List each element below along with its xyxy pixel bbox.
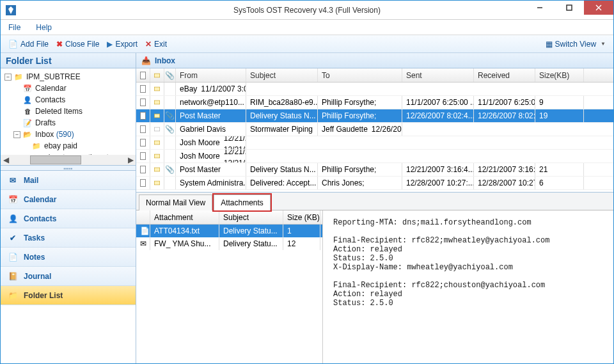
cell-from: Gabriel Davis: [176, 123, 246, 136]
col-icon[interactable]: [136, 210, 150, 224]
cell-sent: 12/28/2007 10:27:...: [402, 177, 474, 189]
minimize-button[interactable]: [525, 1, 555, 15]
cell-received: 12/26/2007 7:18:2...: [368, 123, 402, 135]
cell-size: 6: [535, 177, 584, 189]
cell-attachment-name: ATT04134.txt: [150, 225, 219, 237]
col-envelope[interactable]: [150, 68, 164, 82]
export-button[interactable]: ▶ Export: [103, 38, 141, 50]
maximize-button[interactable]: [555, 1, 584, 15]
checkbox[interactable]: [140, 139, 146, 146]
cell-from: Josh Moore Read: YMA12/21/2007 3:52:3...…: [176, 150, 246, 162]
cell-attachment-subject: Delivery Statu...: [219, 225, 283, 237]
export-label: Export: [115, 40, 138, 49]
exit-button[interactable]: ✕ Exit: [141, 38, 171, 50]
collapse-icon[interactable]: −: [4, 74, 12, 81]
add-file-label: Add File: [20, 40, 49, 49]
col-received[interactable]: Received: [474, 68, 535, 82]
checkbox[interactable]: [140, 85, 146, 93]
exit-icon: ✕: [145, 40, 152, 49]
message-row[interactable]: 📎Gabriel DavisStormwater PipingJeff Gaud…: [136, 123, 613, 136]
checkbox[interactable]: [140, 152, 146, 160]
col-attachment-size[interactable]: Size (KB): [283, 210, 320, 224]
folder-icon: 📁: [31, 141, 42, 151]
nav-journal[interactable]: 📔Journal: [1, 267, 136, 286]
nav-label: Folder List: [24, 291, 63, 300]
splitter-gripper[interactable]: ▪▪▪▪▪: [1, 166, 136, 171]
menu-file[interactable]: File: [6, 22, 23, 33]
scroll-left-icon[interactable]: ◀: [1, 155, 11, 164]
tree-root[interactable]: − 📁 IPM_SUBTREE: [1, 71, 136, 83]
grid-header: 📎 From Subject To Sent Received Size(KB): [136, 68, 613, 83]
folder-icon: 📁: [7, 290, 19, 301]
tree-ebay-paid[interactable]: 📁ebay paid: [1, 140, 136, 152]
checkbox[interactable]: [140, 112, 146, 120]
col-attachment-subject[interactable]: Subject: [219, 210, 283, 224]
col-size[interactable]: Size(KB): [535, 68, 584, 82]
tree-label: Inbox: [35, 130, 54, 139]
cell-sent: 12/21/2007 3:52:3...: [220, 150, 246, 157]
trash-icon: 🗑: [22, 106, 33, 116]
close-button[interactable]: [584, 1, 613, 15]
col-attachment[interactable]: 📎: [164, 68, 176, 82]
col-check[interactable]: [136, 68, 150, 82]
scroll-right-icon[interactable]: ▶: [125, 155, 136, 164]
message-grid: 📎 From Subject To Sent Received Size(KB)…: [136, 68, 613, 192]
cell-received: 12/21/2007 3:16:4...: [474, 163, 535, 176]
title-bar: SysTools OST Recovery v4.3 (Full Version…: [1, 1, 613, 20]
tree-label: Contacts: [35, 95, 65, 104]
nav-folder-list[interactable]: 📁Folder List: [1, 286, 136, 305]
collapse-icon[interactable]: −: [13, 131, 20, 138]
tree-inbox[interactable]: −📂Inbox (590): [1, 129, 136, 140]
col-sent[interactable]: Sent: [402, 68, 474, 82]
col-to[interactable]: To: [318, 68, 402, 82]
col-attachment-name[interactable]: Attachment: [150, 210, 219, 224]
checkbox[interactable]: [140, 125, 146, 133]
nav-notes[interactable]: 📄Notes: [1, 248, 136, 267]
cell-attachment-name: FW_ YMA Shu...: [150, 237, 219, 250]
attachment-header: Attachment Subject Size (KB): [136, 210, 322, 225]
tab-normal-mail-view[interactable]: Normal Mail View: [139, 194, 212, 210]
tab-attachments[interactable]: Attachments: [214, 194, 271, 210]
folder-tree[interactable]: − 📁 IPM_SUBTREE 📅Calendar 👤Contacts 🗑Del…: [1, 68, 136, 166]
message-row[interactable]: network@etp110...RIM_bca28a80-e9...Phill…: [136, 96, 613, 109]
cell-from: System Administra...: [176, 177, 246, 189]
nav-mail[interactable]: ✉Mail: [1, 171, 136, 190]
tasks-icon: ✔: [7, 232, 19, 244]
attachment-row[interactable]: 📄ATT04134.txtDelivery Statu...1: [136, 225, 322, 237]
message-row[interactable]: System Administra...Delivered: Accept...…: [136, 177, 613, 190]
grid-body[interactable]: eBay New eBay matche...Phillip Forsythe;…: [136, 83, 613, 191]
nav-contacts[interactable]: 👤Contacts: [1, 209, 136, 228]
svg-rect-12: [154, 168, 159, 171]
checkbox[interactable]: [140, 166, 146, 173]
menu-bar: File Help: [1, 20, 613, 35]
add-file-button[interactable]: 📄 Add File: [4, 38, 52, 50]
attachment-preview[interactable]: Reporting-MTA: dns;mail.forsytheandlong.…: [323, 210, 613, 363]
tree-label: Deleted Items: [35, 107, 83, 116]
close-file-icon: ✖: [56, 40, 63, 49]
col-subject[interactable]: Subject: [246, 68, 318, 82]
tree-hscrollbar[interactable]: ◀ ▶: [1, 155, 136, 165]
inbox-icon: 📥: [141, 56, 151, 65]
tree-calendar[interactable]: 📅Calendar: [1, 83, 136, 94]
menu-help[interactable]: Help: [33, 22, 54, 33]
message-row[interactable]: 📎Post MasterDelivery Status N...Phillip …: [136, 109, 613, 123]
checkbox[interactable]: [140, 72, 146, 79]
message-row[interactable]: eBay New eBay matche...Phillip Forsythe;…: [136, 83, 613, 96]
nav-list: ✉Mail 📅Calendar 👤Contacts ✔Tasks 📄Notes …: [1, 171, 136, 363]
tree-drafts[interactable]: 📝Drafts: [1, 117, 136, 129]
scrollbar-thumb[interactable]: [30, 155, 81, 164]
message-row[interactable]: 📎Post MasterDelivery Status N...Phillip …: [136, 163, 613, 177]
nav-tasks[interactable]: ✔Tasks: [1, 228, 136, 248]
close-file-button[interactable]: ✖ Close File: [52, 38, 103, 50]
message-row[interactable]: Josh Moore Read: YMA12/21/2007 3:52:3...…: [136, 150, 613, 163]
checkbox[interactable]: [140, 99, 146, 106]
tree-contacts[interactable]: 👤Contacts: [1, 94, 136, 106]
col-from[interactable]: From: [176, 68, 246, 82]
nav-calendar[interactable]: 📅Calendar: [1, 190, 136, 209]
envelope-icon: [150, 177, 164, 189]
checkbox[interactable]: [140, 179, 146, 187]
tree-deleted[interactable]: 🗑Deleted Items: [1, 106, 136, 117]
switch-view-button[interactable]: ▦ Switch View ▼: [542, 38, 610, 50]
attachment-row[interactable]: ✉FW_ YMA Shu...Delivery Statu...12: [136, 237, 322, 250]
message-row[interactable]: Josh Moore Read: YMA12/21/2007 3:52:5...…: [136, 136, 613, 150]
